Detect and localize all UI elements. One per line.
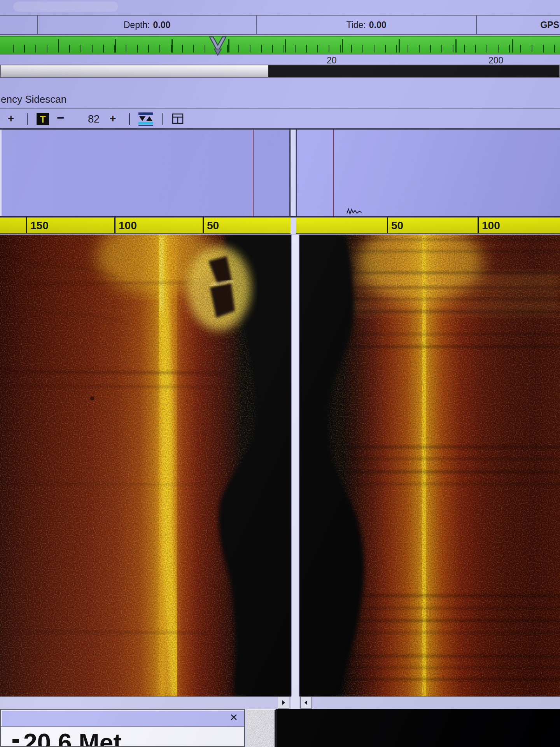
sonar-app-screen: Depth: 0.00 Tide: 0.00 GPS 20 200 ency S…	[0, 0, 560, 747]
scrollbar-gap	[291, 696, 299, 709]
ruler-tick	[26, 217, 27, 233]
gps-readout: GPS	[476, 16, 560, 34]
range-ruler-starboard: 50 100	[296, 217, 560, 234]
timeline-position-marker-icon[interactable]	[208, 36, 228, 58]
gain-value: 82	[88, 113, 100, 125]
range-ruler-port: 150 100 50	[0, 217, 290, 234]
screen-glare	[13, 2, 118, 12]
tide-value: 0.00	[369, 20, 387, 30]
window-title: ency Sidescan	[1, 93, 66, 105]
thumbnail-noise	[247, 710, 275, 747]
sonar-waterfall-port[interactable]	[0, 235, 291, 696]
status-bar: Depth: 0.00 Tide: 0.00 GPS	[0, 15, 560, 35]
scope-panel-divider	[290, 130, 296, 216]
gain-tvg-icon[interactable]	[138, 112, 153, 126]
event-timeline-ruler[interactable]	[0, 36, 560, 54]
status-cell-empty	[0, 16, 37, 34]
range-cursor-line[interactable]	[253, 130, 254, 216]
snapshot-thumbnail[interactable]	[247, 709, 277, 747]
window-panes-icon[interactable]	[172, 113, 184, 124]
toolbar-separator	[27, 113, 28, 125]
waterfall-channel-divider	[291, 235, 299, 696]
measurement-popup[interactable]: ✕ 20.6 Met	[0, 709, 245, 747]
port-scrollbar[interactable]	[0, 696, 291, 709]
toolbar-separator	[162, 113, 163, 125]
sonar-waterfall-starboard[interactable]	[299, 235, 560, 696]
toolbar-separator	[129, 113, 130, 125]
playback-progress-bar[interactable]	[0, 65, 560, 78]
sonar-waterfall-area	[0, 235, 560, 696]
svg-text:T: T	[40, 114, 46, 124]
ruler-label-50: 50	[391, 219, 403, 232]
waterfall-scrollbar-row	[0, 696, 560, 709]
ruler-tick	[203, 217, 204, 233]
sidescan-toolbar: + T − 82 +	[0, 110, 560, 128]
scope-panel-port[interactable]	[0, 130, 290, 216]
measurement-text: 20.6 Met	[23, 728, 122, 747]
ruler-label-50: 50	[207, 219, 219, 232]
ruler-label-100: 100	[482, 219, 500, 232]
popup-titlebar[interactable]: ✕	[1, 710, 244, 727]
signal-scope-area	[0, 130, 560, 216]
gps-label: GPS	[540, 20, 559, 30]
starboard-scrollbar[interactable]	[299, 696, 560, 709]
scroll-left-button[interactable]	[300, 697, 312, 708]
right-arrow-icon	[280, 700, 287, 706]
gain-increase-button[interactable]: +	[110, 112, 116, 125]
bottom-strip: ✕ 20.6 Met	[0, 709, 560, 747]
tide-label: Tide:	[346, 20, 366, 30]
tide-readout: Tide: 0.00	[256, 16, 476, 34]
timeline-label-200: 200	[488, 55, 503, 66]
title-divider	[0, 108, 560, 109]
range-cursor-line[interactable]	[333, 130, 334, 216]
scroll-right-button[interactable]	[278, 697, 289, 708]
ruler-divider	[290, 217, 296, 234]
timeline-major-ticks	[2, 39, 560, 53]
depth-value: 0.00	[153, 20, 171, 30]
depth-readout: Depth: 0.00	[37, 16, 256, 34]
clipped-text-fragment	[12, 739, 19, 743]
ruler-tick	[478, 217, 479, 233]
range-ruler-row: 150 100 50 50 100	[0, 217, 560, 234]
gain-decrease-button[interactable]: −	[57, 110, 65, 125]
text-tool-icon[interactable]: T	[37, 113, 49, 125]
ruler-label-150: 150	[30, 219, 49, 232]
zoom-in-button[interactable]: +	[8, 112, 14, 125]
ruler-tick	[387, 217, 388, 233]
depth-label: Depth:	[124, 20, 150, 30]
timeline-label-20: 20	[327, 55, 337, 66]
ruler-tick	[114, 217, 116, 233]
left-arrow-icon	[303, 700, 309, 706]
signal-trace	[346, 207, 363, 215]
scope-panel-starboard[interactable]	[296, 130, 560, 216]
ruler-label-100: 100	[119, 219, 137, 232]
close-icon[interactable]: ✕	[229, 712, 238, 722]
